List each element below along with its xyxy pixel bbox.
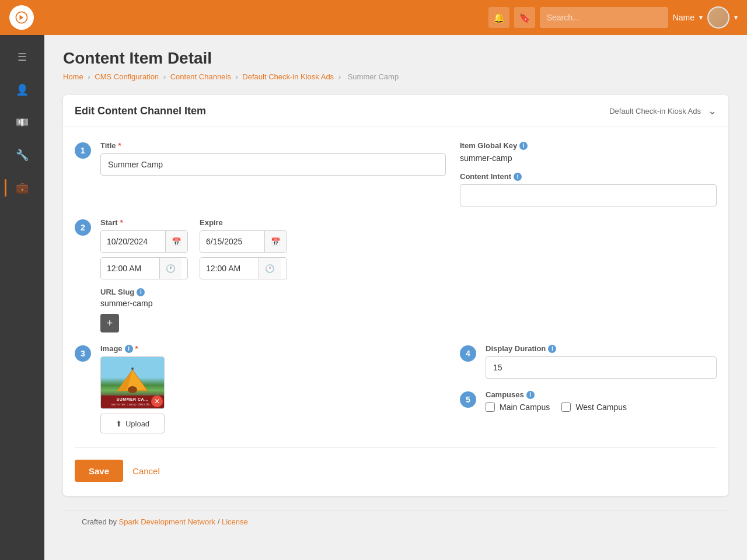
image-section: SUMMER CA... summer camp details... ✕ ⬆ [100,356,446,433]
step3-row: 3 Image i * [75,344,446,433]
sidebar-item-jobs[interactable]: 💼 [5,173,40,203]
campus-main-check[interactable]: Main Campus [486,402,550,412]
card-title: Edit Content Channel Item [75,105,206,117]
breadcrumb-current: Summer Camp [348,72,399,81]
step3-section: 3 Image i * [75,344,446,433]
collapse-button[interactable]: ⌄ [708,104,717,117]
start-time-input[interactable] [101,258,159,279]
notifications-button[interactable]: 🔔 [488,7,509,28]
expire-time-input[interactable] [200,258,259,279]
display-duration-label: Display Duration i [486,344,717,353]
add-slug-button[interactable]: + [100,314,119,332]
step2-row: 2 Start * [75,218,717,332]
campuses-label: Campuses i [486,390,717,399]
main-layout: ☰ 👤 💵 🔧 💼 Content Item Detail Home › CMS… [0,35,747,560]
upload-icon: ⬆ [116,419,122,428]
wrench-icon: 🔧 [16,149,29,162]
bottom-section: 3 Image i * [75,344,717,433]
image-required: * [135,344,138,353]
breadcrumb-home[interactable]: Home [63,72,83,81]
sidebar-item-dashboard[interactable]: ☰ [5,42,40,72]
search-input[interactable] [540,7,668,28]
user-menu[interactable]: Name ▾ ▾ [673,6,738,29]
step5-content: Campuses i Main Campus [486,390,717,412]
breadcrumb-separator: › [338,72,343,81]
global-key-info-icon[interactable]: i [519,142,528,150]
display-duration-info-icon[interactable]: i [548,345,556,353]
start-time-wrap: 🕐 [100,257,188,279]
step1-section: 1 Title * [75,141,446,206]
campus-west-label: West Campus [575,402,627,412]
start-date-input[interactable] [101,231,165,252]
bell-icon: 🔔 [493,12,505,23]
content-intent-input[interactable] [460,184,717,206]
campus-west-check[interactable]: West Campus [561,402,627,412]
sidebar-item-tools[interactable]: 🔧 [5,140,40,170]
svg-point-2 [128,386,137,393]
breadcrumb-kiosk[interactable]: Default Check-in Kiosk Ads [242,72,334,81]
footer-license-link[interactable]: License [222,517,248,526]
campus-west-checkbox[interactable] [561,402,571,412]
breadcrumb-cms[interactable]: CMS Configuration [95,72,159,81]
step4-row: 4 Display Duration i [460,344,717,379]
edit-card: Edit Content Channel Item Default Check-… [63,95,728,496]
image-label: Image i * [100,344,446,353]
url-slug-info-icon[interactable]: i [137,288,145,296]
caret-icon: ▾ [734,13,738,22]
start-field: Start * 📅 🕐 [100,218,188,279]
user-name: Name [673,13,694,22]
campuses-row: Main Campus West Campus [486,402,717,412]
sidebar: ☰ 👤 💵 🔧 💼 [0,35,44,560]
bookmark-icon: 🔖 [519,12,530,23]
upload-button[interactable]: ⬆ Upload [100,414,165,433]
start-date-picker-button[interactable]: 📅 [165,231,187,252]
step3-content: Image i * [100,344,446,433]
svg-point-4 [131,368,134,370]
global-key-section: Item Global Key i summer-camp Content In… [460,141,717,206]
start-required: * [120,218,123,227]
content-intent-info-icon[interactable]: i [514,173,522,181]
expire-time-wrap: 🕐 [200,257,287,279]
breadcrumb-separator: › [88,72,92,81]
step3-badge: 3 [75,345,91,362]
expire-time-picker-button[interactable]: 🕐 [259,258,281,279]
breadcrumb: Home › CMS Configuration › Content Chann… [63,72,728,81]
card-header: Edit Content Channel Item Default Check-… [63,95,728,127]
step2-badge: 2 [75,219,91,236]
step4-badge: 4 [460,345,476,362]
page-title: Content Item Detail [63,49,728,68]
campus-main-checkbox[interactable] [486,402,495,412]
breadcrumb-separator: › [163,72,168,81]
expire-date-input[interactable] [200,231,264,252]
channel-badge: Default Check-in Kiosk Ads [609,107,701,116]
title-label: Title * [100,141,446,150]
save-button[interactable]: Save [75,460,123,482]
card-body: 1 Title * [63,127,728,496]
briefcase-icon: 💼 [16,181,29,194]
form-actions: Save Cancel [75,447,717,482]
sidebar-item-people[interactable]: 👤 [5,75,40,105]
display-duration-input[interactable] [486,356,717,379]
image-info-icon[interactable]: i [125,345,133,353]
step1-badge: 1 [75,142,91,159]
page-content: Content Item Detail Home › CMS Configura… [44,35,747,560]
step1-content: Title * [100,141,446,176]
title-input[interactable] [100,153,446,176]
app-logo[interactable] [9,5,34,30]
campuses-info-icon[interactable]: i [526,391,535,399]
bookmarks-button[interactable]: 🔖 [514,7,535,28]
expire-date-picker-button[interactable]: 📅 [264,231,287,252]
start-time-picker-button[interactable]: 🕐 [159,258,181,279]
footer: Crafted by Spark Development Network / L… [63,510,728,533]
url-slug-field: URL Slug i summer-camp + [100,288,717,332]
cancel-button[interactable]: Cancel [132,466,160,476]
expire-date-wrap: 📅 [200,230,287,253]
global-key-value: summer-camp [460,153,717,163]
campus-main-label: Main Campus [500,402,550,412]
footer-spark-link[interactable]: Spark Development Network [119,517,215,526]
person-icon: 👤 [16,83,29,96]
image-remove-button[interactable]: ✕ [151,396,163,407]
title-required: * [118,141,121,150]
breadcrumb-channels[interactable]: Content Channels [170,72,231,81]
sidebar-item-finance[interactable]: 💵 [5,107,40,138]
